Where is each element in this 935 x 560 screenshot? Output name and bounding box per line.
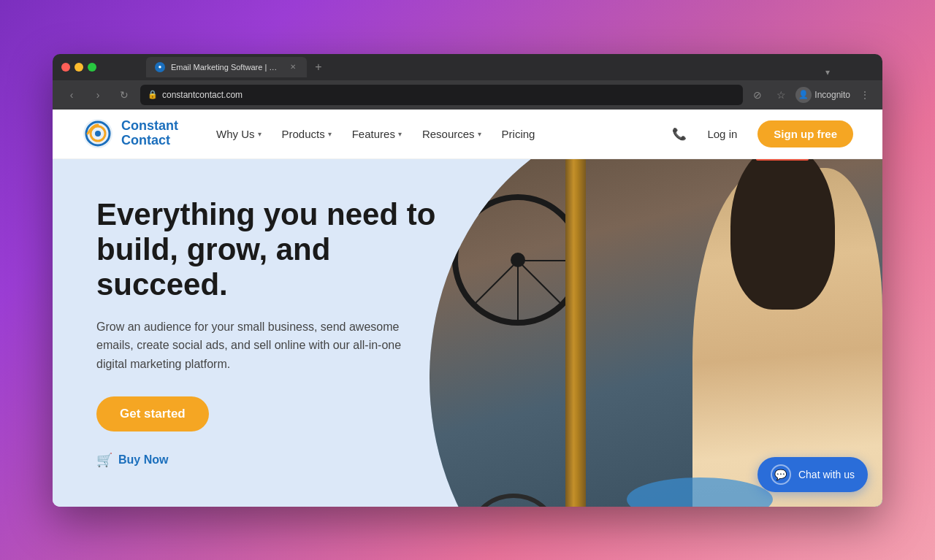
traffic-lights <box>61 63 96 72</box>
logo-text: Constant Contact <box>121 119 178 148</box>
tab-title: Email Marketing Software | Co... <box>171 63 282 72</box>
active-tab[interactable]: ● Email Marketing Software | Co... ✕ <box>146 57 307 77</box>
browser-window: ● Email Marketing Software | Co... ✕ + ▾… <box>53 54 882 507</box>
why-us-chevron-icon: ▾ <box>258 130 262 138</box>
toolbar-right: ⊘ ☆ 👤 Incognito ⋮ <box>749 86 874 104</box>
logo-line1: Constant <box>121 119 178 134</box>
tab-close-button[interactable]: ✕ <box>288 62 298 72</box>
tab-dropdown-icon[interactable]: ▾ <box>825 67 830 77</box>
cart-icon: 🛒 <box>96 452 112 468</box>
person-glasses <box>756 159 809 161</box>
products-chevron-icon: ▾ <box>328 130 332 138</box>
nav-why-us[interactable]: Why Us ▾ <box>207 122 270 146</box>
hero-title: Everything you need to build, grow, and … <box>96 197 465 303</box>
incognito-label: Incognito <box>814 90 850 100</box>
login-button[interactable]: Log in <box>698 122 746 146</box>
incognito-avatar: 👤 <box>795 87 812 103</box>
decorative-column <box>565 159 586 507</box>
chat-widget[interactable]: 💬 Chat with us <box>757 457 868 492</box>
nav-actions: 📞 Log in Sign up free <box>672 120 853 147</box>
back-button[interactable]: ‹ <box>61 85 82 105</box>
nav-features[interactable]: Features ▾ <box>343 122 411 146</box>
refresh-button[interactable]: ↻ <box>114 85 134 105</box>
menu-icon[interactable]: ⋮ <box>856 86 874 104</box>
minimize-button[interactable] <box>75 63 83 72</box>
url-text: constantcontact.com <box>162 90 243 100</box>
bookmark-icon[interactable]: ☆ <box>772 86 790 104</box>
person-head <box>730 159 835 310</box>
new-tab-button[interactable]: + <box>310 58 327 76</box>
hero-subtitle: Grow an audience for your small business… <box>96 318 403 374</box>
nav-pricing[interactable]: Pricing <box>493 122 544 146</box>
close-button[interactable] <box>61 63 70 72</box>
buy-now-label: Buy Now <box>118 453 168 467</box>
tab-bar: ● Email Marketing Software | Co... ✕ + ▾ <box>117 57 874 77</box>
nav-products[interactable]: Products ▾ <box>273 122 340 146</box>
hero-section: Everything you need to build, grow, and … <box>53 159 882 507</box>
get-started-button[interactable]: Get started <box>96 396 209 431</box>
browser-titlebar: ● Email Marketing Software | Co... ✕ + ▾ <box>53 54 882 80</box>
svg-point-3 <box>95 131 101 137</box>
spoke-2 <box>517 260 560 303</box>
logo-icon <box>82 118 114 150</box>
incognito-indicator: 👤 Incognito <box>795 87 850 103</box>
chat-icon: 💬 <box>771 464 791 485</box>
address-bar[interactable]: 🔒 constantcontact.com <box>140 85 743 105</box>
website-content: Constant Contact Why Us ▾ Products ▾ Fea… <box>53 110 882 507</box>
features-chevron-icon: ▾ <box>398 130 402 138</box>
tab-favicon: ● <box>155 62 165 72</box>
nav-links: Why Us ▾ Products ▾ Features ▾ Resources… <box>207 122 672 146</box>
hero-content: Everything you need to build, grow, and … <box>53 161 509 505</box>
logo-line2: Contact <box>121 134 178 148</box>
buy-now-link[interactable]: 🛒 Buy Now <box>96 452 465 468</box>
security-icon: 🔒 <box>148 90 158 99</box>
maximize-button[interactable] <box>88 63 96 72</box>
spoke-3 <box>517 261 519 321</box>
site-navigation: Constant Contact Why Us ▾ Products ▾ Fea… <box>53 110 882 159</box>
chat-label: Chat with us <box>798 469 855 480</box>
person-figure <box>692 168 882 507</box>
nav-resources[interactable]: Resources ▾ <box>413 122 490 146</box>
signup-button[interactable]: Sign up free <box>757 120 853 147</box>
forward-button[interactable]: › <box>88 85 108 105</box>
browser-toolbar: ‹ › ↻ 🔒 constantcontact.com ⊘ ☆ 👤 Incogn… <box>53 80 882 110</box>
resources-chevron-icon: ▾ <box>478 130 481 138</box>
phone-icon[interactable]: 📞 <box>672 127 687 141</box>
logo[interactable]: Constant Contact <box>82 118 178 150</box>
cast-icon[interactable]: ⊘ <box>749 86 766 104</box>
